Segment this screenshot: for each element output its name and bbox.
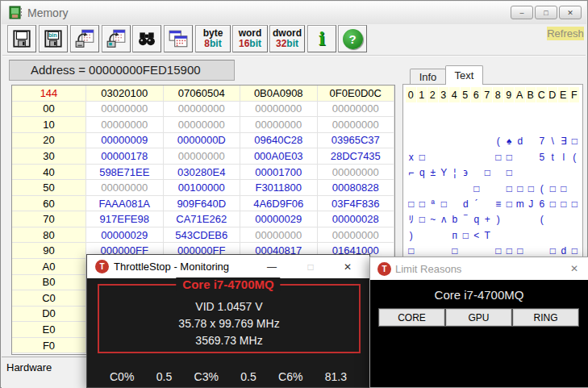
caption-buttons: – □ ✕ [511,6,582,19]
hex-value-cell[interactable]: 00000000 [318,102,395,118]
hex-col-header: 0F0E0D0C [318,86,395,102]
hex-value-cell[interactable]: 00000000 [318,227,395,244]
hex-value-cell[interactable]: 00000000 [240,117,318,133]
hex-value-cell[interactable]: 03965C37 [318,133,395,149]
hex-value-cell[interactable]: 09640C28 [240,133,318,149]
hex-value-cell[interactable]: 000A0E03 [240,148,318,165]
dword-num-label: 32 [276,38,286,49]
limit-reasons-close-button[interactable]: ✕ [565,257,583,280]
hex-value-cell[interactable]: 00000000 [86,102,164,118]
hex-value-cell[interactable]: 598E71EE [86,165,164,181]
hex-value-cell[interactable]: 00080828 [318,180,395,196]
save-binary-icon: bin [43,28,64,49]
hex-value-cell[interactable]: 00000000 [240,102,318,118]
minimize-button[interactable]: – [511,6,533,19]
text-char: □ [504,196,515,211]
ts-stat-value: 81.3 [325,370,347,383]
ts-stat-label: C3% [194,370,219,383]
hex-value-cell[interactable]: 4A6D9F06 [240,196,318,212]
hex-value-cell[interactable]: 28DC7435 [318,148,395,165]
hex-row-address: 50 [12,180,86,196]
text-char [417,102,428,118]
hex-value-cell[interactable]: 030280E4 [164,165,241,181]
hex-value-cell[interactable]: 00000000 [86,180,164,196]
throttlestop-close-button[interactable]: ✕ [334,255,361,278]
hex-value-cell[interactable]: 543CDEB6 [164,227,241,244]
lr-button-core[interactable]: CORE [379,309,444,326]
throttlestop-titlebar[interactable]: T ThrottleStop - Monitoring — □ ✕ [87,255,369,278]
text-char [449,196,461,211]
hex-value-cell[interactable]: 00000029 [86,227,164,244]
byte-8bit-button[interactable]: byte 8bit [195,25,231,52]
hex-value-cell[interactable]: 00000000 [164,117,241,133]
lr-button-gpu[interactable]: GPU [446,309,511,326]
text-char [558,227,569,243]
text-char: d [461,196,472,211]
vid-value: VID 1.0457 V [98,300,361,313]
text-char [569,102,581,118]
help-button[interactable]: ? [338,25,367,52]
text-char [406,134,417,149]
hex-value-cell[interactable]: 00000000 [164,148,241,165]
hex-value-cell[interactable]: 0000000D [164,133,241,149]
read-device-button[interactable] [70,25,99,52]
refresh-button[interactable]: Refresh [547,27,584,40]
byte-num-label: 8 [204,38,210,49]
hex-value-cell[interactable]: 00000000 [240,227,318,244]
text-char: ⌐ [406,165,417,181]
throttlestop-app-icon: T [95,260,109,273]
hex-value-cell[interactable]: 00000000 [86,117,164,133]
hex-value-cell[interactable]: 00000000 [164,102,241,118]
text-char: □ [504,149,515,165]
text-char [536,227,548,243]
text-char [515,102,526,118]
text-char [406,102,417,118]
hex-value-cell[interactable]: CA71E262 [164,211,241,227]
text-char: Y [439,165,450,181]
text-char: t [548,149,559,165]
hex-value-cell[interactable]: 00100000 [164,180,241,196]
memory-titlebar[interactable]: Memory – □ ✕ [2,2,586,24]
text-char [482,118,494,133]
hex-value-cell[interactable]: 00000029 [240,211,318,227]
hex-value-cell[interactable]: 909F640D [164,196,241,212]
text-col-label: E [558,87,569,102]
text-char: ∃ [558,134,569,149]
multiplier-value: 35.78 x 99.769 MHz [98,317,361,330]
tables-button[interactable] [164,25,193,52]
hex-value-cell[interactable]: 00000000 [318,165,395,181]
maximize-button[interactable]: □ [535,6,557,19]
tab-info[interactable]: Info [410,69,446,85]
save-binary-button[interactable]: bin [39,25,68,52]
hex-value-cell[interactable]: FAAA081A [86,196,164,212]
limit-reasons-titlebar[interactable]: T Limit Reasons ✕ [370,257,588,280]
word-num-label: 16 [239,38,249,49]
text-char: ≡ [493,196,504,211]
lr-button-ring[interactable]: RING [513,309,578,326]
text-row: ⌐q±Y¦϶□□ [406,165,580,181]
text-char: q [417,165,428,181]
hex-value-cell[interactable]: F3011800 [240,180,318,196]
save-button[interactable] [7,25,36,52]
hex-row-address: 70 [12,211,86,227]
info-button[interactable]: i [307,25,336,52]
text-char: ( [536,212,548,227]
hex-value-cell[interactable]: 00001700 [240,165,318,181]
tab-text[interactable]: Text [445,65,483,85]
close-button[interactable]: ✕ [559,6,582,19]
find-button[interactable] [132,25,161,52]
text-char [427,149,439,165]
hex-value-cell[interactable]: 917EFE98 [86,211,164,227]
write-device-button[interactable] [102,25,131,52]
word-16bit-button[interactable]: word 16bit [232,25,268,52]
text-char [427,134,439,149]
text-row: ﾘ□~ʌb‾q+)( [406,212,580,227]
hex-value-cell[interactable]: 03F4F836 [318,196,395,212]
hex-value-cell[interactable]: 00000009 [86,133,164,149]
hex-value-cell[interactable]: 00000000 [318,117,395,133]
hex-value-cell[interactable]: 00000178 [86,148,164,165]
dword-32bit-button[interactable]: dword 32bit [269,25,305,52]
throttlestop-minimize-button[interactable]: — [260,255,284,278]
hex-value-cell[interactable]: 00000028 [318,211,395,227]
ts-stats-row: C0%0.5C3%0.5C6%81.3 [87,370,369,383]
